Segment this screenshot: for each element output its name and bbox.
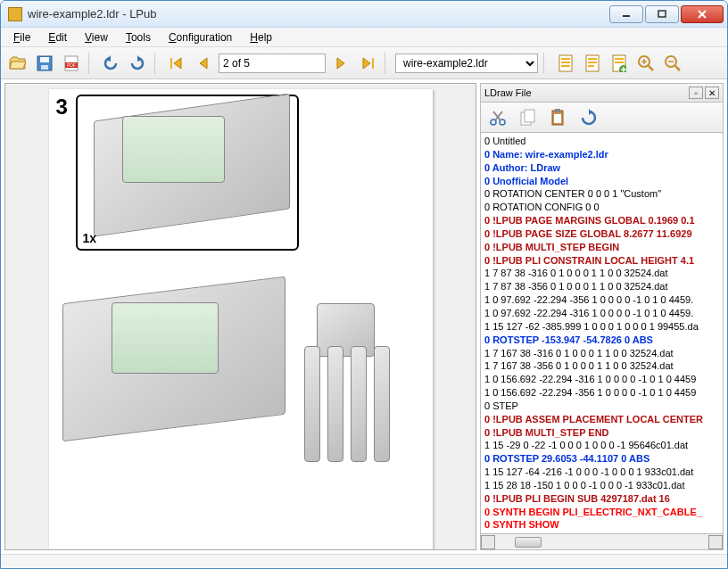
window-title: wire-example2.ldr - LPub	[28, 7, 609, 21]
page-input[interactable]	[219, 54, 326, 73]
scroll-left-arrow[interactable]	[481, 535, 495, 549]
code-line[interactable]: 0 !LPUB PAGE SIZE GLOBAL 8.2677 11.6929	[484, 227, 719, 241]
pdf-icon[interactable]: PDF	[60, 52, 83, 75]
open-icon[interactable]	[6, 52, 29, 75]
menu-configuration[interactable]: Configuration	[161, 29, 239, 45]
assembly-2	[299, 303, 415, 482]
code-line[interactable]: 0 SYNTH BEGIN PLI_ELECTRIC_NXT_CABLE_	[484, 506, 719, 519]
svg-rect-36	[525, 110, 534, 122]
panel-undock-button[interactable]: ▫	[689, 87, 703, 99]
save-icon[interactable]	[33, 52, 56, 75]
zoom-out-icon[interactable]	[661, 52, 684, 75]
svg-line-25	[649, 66, 653, 70]
doc-icon-2[interactable]	[581, 52, 604, 75]
svg-rect-5	[40, 57, 49, 62]
code-line[interactable]: 1 7 167 38 -316 0 1 0 0 0 1 1 0 0 32524.…	[484, 347, 719, 360]
first-page-icon[interactable]	[165, 52, 188, 75]
menu-edit[interactable]: Edit	[41, 29, 74, 45]
svg-rect-38	[555, 109, 560, 112]
code-line[interactable]: 0 Author: LDraw	[484, 161, 719, 175]
svg-rect-14	[561, 62, 570, 63]
code-area[interactable]: 0 Untitled0 Name: wire-example2.ldr0 Aut…	[480, 133, 724, 534]
code-line[interactable]: 1 0 97.692 -22.294 -356 1 0 0 0 0 -1 0 1…	[484, 293, 719, 307]
code-line[interactable]: 0 SYNTH SHOW	[484, 518, 719, 532]
menu-view[interactable]: View	[78, 29, 115, 45]
app-icon	[8, 7, 22, 21]
code-line[interactable]: 1 0 156.692 -22.294 -356 1 0 0 0 0 -1 0 …	[484, 386, 719, 400]
close-button[interactable]	[681, 5, 724, 23]
code-line[interactable]: 0 ROTATION CENTER 0 0 0 1 "Custom"	[484, 187, 719, 201]
paste-icon[interactable]	[547, 106, 570, 129]
svg-rect-17	[588, 58, 597, 60]
svg-rect-15	[561, 65, 570, 67]
toolbar: PDF wire-example2.ldr	[1, 47, 727, 79]
svg-rect-13	[561, 58, 570, 60]
prev-page-icon[interactable]	[192, 52, 215, 75]
code-line[interactable]: 1 15 127 -62 -385.999 1 0 0 0 1 0 0 0 1 …	[484, 320, 719, 334]
model-select[interactable]: wire-example2.ldr	[395, 54, 538, 73]
svg-line-29	[675, 66, 680, 70]
instruction-page: 3 1x 2	[49, 89, 433, 550]
refresh-icon[interactable]	[577, 106, 600, 129]
cut-icon[interactable]	[486, 106, 509, 129]
code-line[interactable]: 1 7 87 38 -356 0 1 0 0 0 1 1 0 0 32524.d…	[484, 280, 719, 293]
svg-rect-21	[615, 58, 624, 60]
scroll-thumb[interactable]	[515, 537, 542, 548]
code-line[interactable]: 0 Name: wire-example2.ldr	[484, 148, 719, 161]
svg-rect-1	[658, 11, 666, 17]
code-line[interactable]: 0 Untitled	[484, 135, 719, 148]
pli-quantity: 1x	[83, 231, 97, 245]
menu-file[interactable]: File	[6, 29, 37, 45]
last-page-icon[interactable]	[356, 52, 379, 75]
svg-text:PDF: PDF	[67, 62, 76, 68]
code-line[interactable]: 0 STEP	[484, 400, 719, 413]
code-line[interactable]: 0 ROTSTEP 29.6053 -44.1107 0 ABS	[484, 452, 719, 466]
code-line[interactable]: 0 ROTSTEP -153.947 -54.7826 0 ABS	[484, 334, 719, 347]
step-number: 3	[56, 95, 68, 120]
assembly-1	[62, 290, 294, 450]
code-line[interactable]: 1 7 167 38 -356 0 1 0 0 0 1 1 0 0 32524.…	[484, 359, 719, 373]
svg-rect-11	[372, 58, 374, 69]
svg-rect-22	[615, 62, 624, 63]
code-line[interactable]: 0 !LPUB PAGE MARGINS GLOBAL 0.1969 0.1	[484, 214, 719, 227]
doc-add-icon[interactable]	[608, 52, 631, 75]
panel-close-button[interactable]: ✕	[705, 87, 719, 99]
next-page-icon[interactable]	[329, 52, 352, 75]
titlebar: wire-example2.ldr - LPub	[1, 1, 727, 28]
code-line[interactable]: 1 0 156.692 -22.294 -316 1 0 0 0 0 -1 0 …	[484, 373, 719, 386]
doc-icon-1[interactable]	[554, 52, 577, 75]
code-line[interactable]: 1 15 28 18 -150 1 0 0 0 -1 0 0 0 -1 933c…	[484, 479, 719, 492]
code-line[interactable]: 0 Unofficial Model	[484, 175, 719, 188]
page-view[interactable]: 3 1x 2	[4, 83, 476, 550]
code-line[interactable]: 0 !LPUB MULTI_STEP END	[484, 426, 719, 440]
copy-icon[interactable]	[517, 106, 540, 129]
pli-box: 1x	[76, 95, 299, 251]
maximize-button[interactable]	[645, 5, 679, 23]
minimize-button[interactable]	[609, 5, 643, 23]
code-line[interactable]: 1 0 97.692 -22.294 -316 1 0 0 0 0 -1 0 1…	[484, 307, 719, 320]
code-line[interactable]: 0 !LPUB PLI CONSTRAIN LOCAL HEIGHT 4.1	[484, 254, 719, 268]
svg-rect-6	[41, 65, 48, 70]
menu-tools[interactable]: Tools	[119, 29, 158, 45]
panel-header: LDraw File ▫ ✕	[480, 83, 724, 103]
code-line[interactable]: 0 !LPUB PLI BEGIN SUB 4297187.dat 16	[484, 492, 719, 506]
svg-rect-19	[588, 65, 594, 67]
undo-icon[interactable]	[99, 52, 122, 75]
panel-title: LDraw File	[484, 87, 687, 98]
svg-rect-10	[170, 58, 172, 69]
panel-toolbar	[480, 103, 724, 133]
horizontal-scrollbar[interactable]	[480, 534, 724, 550]
scroll-right-arrow[interactable]	[708, 535, 723, 549]
code-line[interactable]: 1 15 -29 0 -22 -1 0 0 0 1 0 0 0 -1 95646…	[484, 439, 719, 452]
zoom-in-icon[interactable]	[634, 52, 658, 75]
code-line[interactable]: 1 15 127 -64 -216 -1 0 0 0 -1 0 0 0 1 93…	[484, 466, 719, 479]
menu-help[interactable]: Help	[243, 29, 279, 45]
code-line[interactable]: 0 !LPUB ASSEM PLACEMENT LOCAL CENTER	[484, 413, 719, 426]
redo-icon[interactable]	[126, 52, 149, 75]
menubar: File Edit View Tools Configuration Help	[1, 28, 727, 47]
svg-rect-39	[554, 114, 561, 123]
code-line[interactable]: 0 ROTATION CONFIG 0 0	[484, 201, 719, 214]
svg-rect-18	[588, 62, 597, 63]
code-line[interactable]: 1 7 87 38 -316 0 1 0 0 0 1 1 0 0 32524.d…	[484, 267, 719, 280]
code-line[interactable]: 0 !LPUB MULTI_STEP BEGIN	[484, 241, 719, 254]
